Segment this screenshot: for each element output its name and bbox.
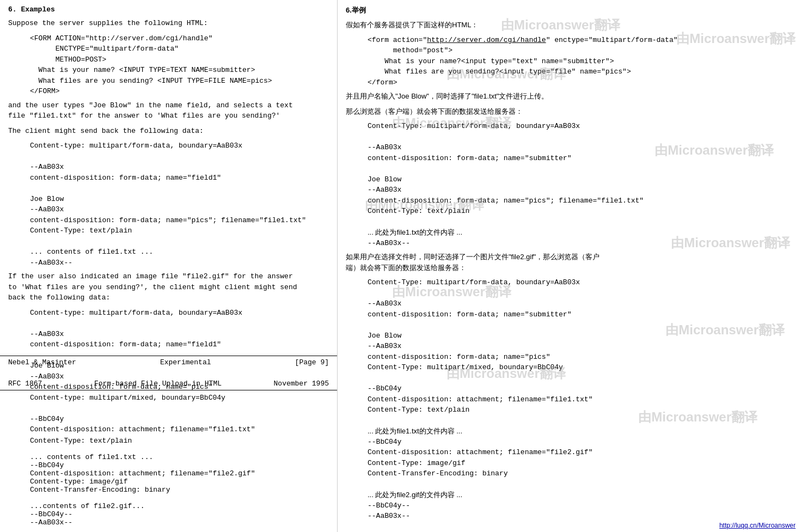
code-line: Content-Transfer-Encoding: binary [368, 468, 793, 479]
left-bottom-code: Content-Type: text/plain ... contents of… [30, 437, 255, 527]
code-line: content-disposition: form-data; name="fi… [30, 173, 329, 184]
code-line: --AaB03x [368, 185, 793, 195]
code-line: --BbC04y [30, 461, 255, 469]
code-line: What is your name? <INPUT TYPE=TEXT NAME… [30, 65, 329, 76]
code-line: --AaB03x [368, 341, 793, 352]
footer-center: Experimental [160, 358, 211, 366]
code-line: content-disposition: form-data; name="fi… [30, 339, 329, 350]
code-line: Joe Blow [368, 174, 793, 185]
code-line: Content-Type: text/plain [368, 206, 793, 217]
code-line: --BbC04y [368, 437, 793, 448]
code-line: content-disposition: form-data; name="pi… [30, 215, 329, 226]
code-line: --AaB03x-- [30, 258, 329, 268]
bottom-link-text[interactable]: http://luqq.cn/Microanswer [719, 522, 796, 529]
code-line: <form action="http://server.dom/cgi/hand… [368, 35, 793, 46]
code-line: --AaB03x-- [368, 238, 793, 249]
code-line: Content-Transfer-Encoding: binary [30, 486, 255, 494]
page-container: 6. Examples Suppose the server supplies … [0, 0, 801, 532]
code-line: <FORM ACTION="http://server.dom/cgi/hand… [30, 33, 329, 44]
code-line: Content-type: image/gif [30, 478, 255, 486]
code-line: Joe Blow [30, 194, 329, 205]
code-line: Content-disposition: attachment; filenam… [368, 394, 793, 405]
right-para3: 那么浏览器（客户端）就会将下面的数据发送给服务器： [346, 106, 793, 117]
code-line: ... 此处为file2.gif的文件内容 ... [368, 490, 793, 500]
footer-right: [Page 9] [295, 358, 329, 366]
footer-bar-1: Nebel & Masinter Experimental [Page 9] [0, 356, 337, 369]
code-line: </form> [368, 77, 793, 88]
code-line: ...contents of file2.gif... [30, 502, 255, 510]
code-line: Content-Type: text/plain [30, 225, 329, 236]
code-line: What files are you sending?<input type="… [368, 66, 793, 77]
code-line: METHOD=POST> [30, 54, 329, 65]
footer-left: Nebel & Masinter [8, 358, 76, 366]
left-para3: The client might send back the following… [8, 126, 329, 137]
footer2-left: RFC 1867 [8, 380, 42, 388]
code-line: ... 此处为file1.txt的文件内容 ... [368, 227, 793, 238]
code-line: ... contents of file1.txt ... [30, 453, 255, 461]
code-line: Joe Blow [368, 331, 793, 341]
code-line: --AaB03x-- [368, 511, 793, 522]
code-line: Content-disposition: attachment; filenam… [30, 424, 329, 435]
code-line: What files are you sending? <INPUT TYPE=… [30, 76, 329, 87]
code-line: Content-Type: text/plain [30, 437, 255, 445]
code-line: Content-Type: image/gif [368, 458, 793, 469]
code-line: Content-Type: multipart/form-data, bound… [368, 121, 793, 132]
left-para1: Suppose the server supplies the followin… [8, 18, 329, 29]
code-line: --AaB03x [368, 142, 793, 153]
right-para1: 假如有个服务器提供了下面这样的HTML： [346, 20, 793, 30]
code-line: --BbC04y [30, 414, 329, 425]
left-code-data2: Content-type: multipart/form-data, bound… [30, 308, 329, 435]
code-line: content-disposition: form-data; name="su… [368, 153, 793, 164]
code-line: Content-disposition: attachment; filenam… [368, 447, 793, 458]
code-line: Content-disposition: attachment; filenam… [30, 469, 255, 478]
right-code-data1: Content-Type: multipart/form-data, bound… [368, 121, 793, 248]
code-line: --AaB03x [30, 162, 329, 173]
right-para4: 如果用户在选择文件时，同时还选择了一个图片文件"file2.gif"，那么浏览器… [346, 252, 793, 273]
code-line: --AaB03x [368, 298, 793, 309]
code-line: --AaB03x-- [30, 518, 255, 527]
code-line: --BbC04y-- [30, 510, 255, 518]
code-line: Content-Type: text/plain [368, 405, 793, 415]
code-line: content-disposition: form-data; name="pi… [368, 195, 793, 206]
left-section-title: 6. Examples [8, 5, 329, 14]
code-line: --AaB03x [30, 204, 329, 215]
code-line: content-disposition: form-data; name="su… [368, 309, 793, 320]
code-line: Content-type: multipart/mixed, boundary=… [30, 393, 329, 403]
code-line: ENCTYPE="multipart/form-data" [30, 44, 329, 54]
footer2-center: Form-based File Upload in HTML [94, 380, 222, 388]
left-code-form: <FORM ACTION="http://server.dom/cgi/hand… [30, 33, 329, 97]
footer2-right: November 1995 [274, 380, 329, 388]
left-para4: If the user also indicated an image file… [8, 271, 329, 303]
code-line: Content-Type: multipart/mixed, boundary=… [368, 362, 793, 373]
code-line: method="post"> [368, 45, 793, 56]
right-para2: 并且用户名输入"Joe Blow"，同时选择了"file1.txt"文件进行上传… [346, 91, 793, 102]
code-line: --BbC04y [368, 383, 793, 394]
right-panel: 由Microanswer翻译 由Microanswer翻译 由Microansw… [338, 0, 801, 532]
code-line: </FORM> [30, 86, 329, 97]
code-line: --BbC04y-- [368, 500, 793, 511]
right-code-form: <form action="http://server.dom/cgi/hand… [368, 35, 793, 88]
code-line: ... 此处为file1.txt的文件内容 ... [368, 426, 793, 437]
code-line: --AaB03x [30, 329, 329, 340]
code-line: content-disposition: form-data; name="pi… [368, 352, 793, 363]
left-code-data1: Content-type: multipart/form-data, bound… [30, 140, 329, 268]
right-code-data2: Content-Type: multipart/form-data, bound… [368, 277, 793, 522]
left-panel: 6. Examples Suppose the server supplies … [0, 0, 338, 532]
left-para2: and the user types "Joe Blow" in the nam… [8, 100, 329, 121]
code-line: Content-type: multipart/form-data, bound… [30, 140, 329, 151]
right-section-title: 6.举例 [346, 5, 793, 15]
code-line: ... contents of file1.txt ... [30, 247, 329, 258]
bottom-link[interactable]: http://luqq.cn/Microanswer [719, 522, 796, 529]
code-line: Content-type: multipart/form-data, bound… [30, 308, 329, 319]
code-line: What is your name?<input type="text" nam… [368, 56, 793, 67]
code-line: Content-Type: multipart/form-data, bound… [368, 277, 793, 288]
footer-bar-2: RFC 1867 Form-based File Upload in HTML … [0, 377, 337, 390]
